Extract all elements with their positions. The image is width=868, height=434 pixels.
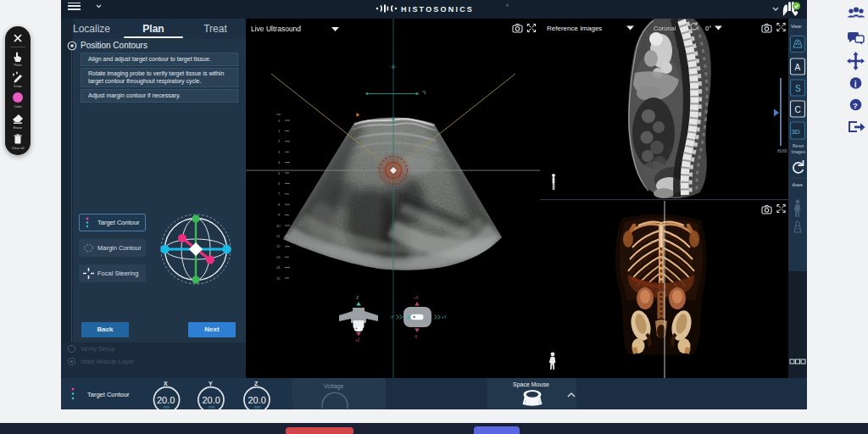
svg-text:Reset: Reset [793,143,804,148]
svg-text:10: 10 [276,224,281,228]
svg-text:0: 0 [278,119,281,123]
svg-text:4: 4 [278,160,281,164]
svg-text:S: S [795,84,801,93]
svg-text:12: 12 [276,244,281,248]
svg-text:15: 15 [276,276,281,281]
svg-text:9: 9 [278,213,281,217]
svg-text:14: 14 [276,265,281,270]
svg-text:8: 8 [278,203,281,207]
svg-text:5: 5 [278,171,281,175]
svg-text:+Y: +Y [442,315,447,320]
svg-text:13: 13 [276,255,281,259]
svg-text:®: ® [506,3,509,8]
svg-text:Coronal: Coronal [654,25,676,32]
svg-text:Images: Images [792,149,806,154]
svg-text:i: i [854,80,857,89]
svg-text:mm: mm [209,405,215,409]
svg-text:Space Mouse: Space Mouse [513,381,549,388]
svg-text:20.0: 20.0 [157,395,175,405]
svg-text:?: ? [853,101,858,110]
svg-text:-Z: -Z [355,296,359,300]
svg-text:0°: 0° [705,25,711,32]
svg-text:Reference Images: Reference Images [547,25,602,32]
svg-text:6: 6 [278,181,281,186]
svg-text:C: C [795,105,801,114]
svg-text:+Z: +Z [355,338,360,342]
svg-text:Target Contour: Target Contour [87,391,130,398]
svg-text:3: 3 [278,150,281,154]
svg-text:Live Ultrasound: Live Ultrasound [251,25,301,33]
svg-text:mm: mm [254,405,261,409]
svg-text:11: 11 [276,234,281,238]
svg-text:cm: cm [276,112,281,116]
svg-text:Axes: Axes [793,182,803,187]
svg-text:7: 7 [278,192,281,196]
svg-text:Voltage: Voltage [324,383,343,390]
svg-text:20.0: 20.0 [202,395,220,405]
svg-text:HISTOSONICS: HISTOSONICS [401,5,474,14]
svg-text:-Y: -Y [390,315,394,320]
svg-text:View:: View: [791,24,803,29]
svg-text:2: 2 [278,139,281,143]
svg-text:1: 1 [278,129,281,133]
svg-text:-X: -X [414,335,418,339]
svg-text:X: X [164,381,168,387]
svg-text:+X: +X [414,296,419,300]
svg-text:mm: mm [164,405,170,409]
svg-text:Y: Y [209,381,213,387]
svg-text:A: A [795,63,801,72]
svg-text:3D: 3D [792,128,800,136]
svg-text:86/89: 86/89 [777,149,787,153]
svg-text:20.0: 20.0 [248,395,265,405]
svg-text:Z: Z [254,381,259,387]
